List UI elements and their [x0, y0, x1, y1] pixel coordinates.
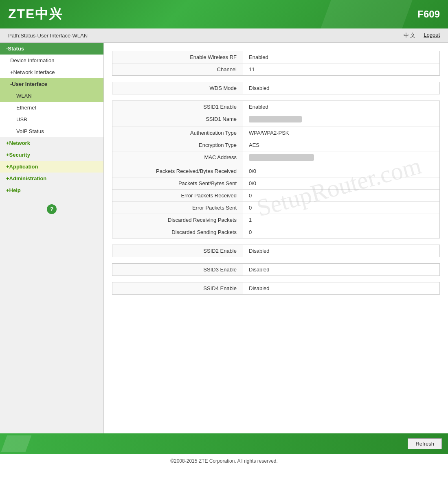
value-enc-type: AES — [243, 139, 439, 151]
value-ssid4-enable: Disabled — [243, 282, 439, 294]
sidebar-item-voip-status[interactable]: VoIP Status — [0, 125, 103, 137]
section-wds: WDS Mode Disabled — [112, 82, 440, 94]
row-ssid2-enable: SSID2 Enable Disabled — [112, 245, 439, 257]
logo: ZTE中兴 — [8, 5, 63, 23]
row-enable-wireless-rf: Enable Wireless RF Enabled — [112, 51, 439, 63]
row-discarded-receiving: Discarded Receiving Packets 1 — [112, 214, 439, 226]
row-wds-mode: WDS Mode Disabled — [112, 82, 439, 94]
row-ssid1-name: SSID1 Name — [112, 113, 439, 127]
value-enable-wireless-rf: Enabled — [243, 51, 439, 63]
value-mac-address — [243, 151, 439, 165]
sidebar-item-application[interactable]: +Application — [0, 161, 103, 173]
refresh-button[interactable]: Refresh — [408, 438, 442, 449]
row-channel: Channel 11 — [112, 63, 439, 75]
label-enable-wireless-rf: Enable Wireless RF — [112, 51, 243, 63]
value-wds-mode: Disabled — [243, 82, 439, 94]
sidebar-item-security[interactable]: +Security — [0, 149, 103, 161]
row-packets-sent: Packets Sent/Bytes Sent 0/0 — [112, 177, 439, 190]
value-ssid1-enable: Enabled — [243, 101, 439, 113]
content-wrapper: SetupRouter.com Enable Wireless RF Enabl… — [112, 51, 440, 295]
sidebar-item-wlan[interactable]: WLAN — [0, 90, 103, 102]
label-error-packets-sent: Error Packets Sent — [112, 202, 243, 214]
label-wds-mode: WDS Mode — [112, 82, 243, 94]
model-name: F609 — [417, 9, 440, 20]
help-icon[interactable]: ? — [47, 204, 57, 214]
row-ssid4-enable: SSID4 Enable Disabled — [112, 282, 439, 294]
row-mac-address: MAC Address — [112, 151, 439, 165]
label-discarded-sending: Discarded Sending Packets — [112, 226, 243, 238]
sidebar-item-help[interactable]: +Help — [0, 184, 103, 196]
value-discarded-sending: 0 — [243, 226, 439, 238]
value-error-packets-received: 0 — [243, 190, 439, 201]
breadcrumb: Path:Status-User Interface-WLAN — [8, 33, 88, 39]
value-auth-type: WPA/WPA2-PSK — [243, 127, 439, 139]
section-basic: Enable Wireless RF Enabled Channel 11 — [112, 51, 440, 76]
label-mac-address: MAC Address — [112, 151, 243, 165]
section-ssid2: SSID2 Enable Disabled — [112, 245, 440, 257]
sidebar-item-user-interface[interactable]: -User Interface — [0, 78, 103, 90]
value-channel: 11 — [243, 63, 439, 75]
label-error-packets-received: Error Packets Received — [112, 190, 243, 201]
label-packets-sent: Packets Sent/Bytes Sent — [112, 177, 243, 189]
path-bar: Path:Status-User Interface-WLAN 中 文 Logo… — [0, 28, 448, 43]
sidebar-item-status[interactable]: -Status — [0, 43, 103, 55]
row-packets-received: Packets Received/Bytes Received 0/0 — [112, 165, 439, 177]
sidebar-item-network-interface[interactable]: +Network Interface — [0, 66, 103, 78]
row-discarded-sending: Discarded Sending Packets 0 — [112, 226, 439, 238]
footer: Refresh — [0, 433, 448, 454]
row-enc-type: Encryption Type AES — [112, 139, 439, 151]
label-ssid2-enable: SSID2 Enable — [112, 245, 243, 257]
label-discarded-receiving: Discarded Receiving Packets — [112, 214, 243, 226]
section-ssid4: SSID4 Enable Disabled — [112, 282, 440, 295]
value-discarded-receiving: 1 — [243, 214, 439, 226]
value-ssid2-enable: Disabled — [243, 245, 439, 257]
main-layout: -Status Device Information +Network Inte… — [0, 43, 448, 433]
label-ssid4-enable: SSID4 Enable — [112, 282, 243, 294]
value-error-packets-sent: 0 — [243, 202, 439, 214]
value-packets-sent: 0/0 — [243, 177, 439, 189]
content-area: SetupRouter.com Enable Wireless RF Enabl… — [104, 43, 448, 433]
section-ssid3: SSID3 Enable Disabled — [112, 263, 440, 276]
path-actions: 中 文 Logout — [404, 32, 440, 39]
sidebar-item-device-information[interactable]: Device Information — [0, 55, 103, 66]
row-error-packets-sent: Error Packets Sent 0 — [112, 202, 439, 214]
copyright: ©2008-2015 ZTE Corporation. All rights r… — [0, 454, 448, 468]
value-packets-received: 0/0 — [243, 165, 439, 177]
label-enc-type: Encryption Type — [112, 139, 243, 151]
sidebar-item-ethernet[interactable]: Ethernet — [0, 102, 103, 114]
row-error-packets-received: Error Packets Received 0 — [112, 190, 439, 202]
label-channel: Channel — [112, 63, 243, 75]
row-auth-type: Authentication Type WPA/WPA2-PSK — [112, 127, 439, 139]
label-ssid1-name: SSID1 Name — [112, 113, 243, 127]
row-ssid3-enable: SSID3 Enable Disabled — [112, 264, 439, 275]
section-ssid1: SSID1 Enable Enabled SSID1 Name Authenti… — [112, 101, 440, 238]
label-ssid1-enable: SSID1 Enable — [112, 101, 243, 113]
value-ssid3-enable: Disabled — [243, 264, 439, 275]
sidebar: -Status Device Information +Network Inte… — [0, 43, 104, 433]
sidebar-item-administration[interactable]: +Administration — [0, 173, 103, 184]
header: ZTE中兴 F609 — [0, 0, 448, 28]
logout-link[interactable]: Logout — [424, 32, 440, 39]
label-ssid3-enable: SSID3 Enable — [112, 264, 243, 275]
value-ssid1-name — [243, 113, 439, 127]
sidebar-item-usb[interactable]: USB — [0, 114, 103, 125]
row-ssid1-enable: SSID1 Enable Enabled — [112, 101, 439, 113]
label-packets-received: Packets Received/Bytes Received — [112, 165, 243, 177]
label-auth-type: Authentication Type — [112, 127, 243, 139]
language-link[interactable]: 中 文 — [404, 32, 416, 39]
sidebar-item-network[interactable]: +Network — [0, 137, 103, 149]
